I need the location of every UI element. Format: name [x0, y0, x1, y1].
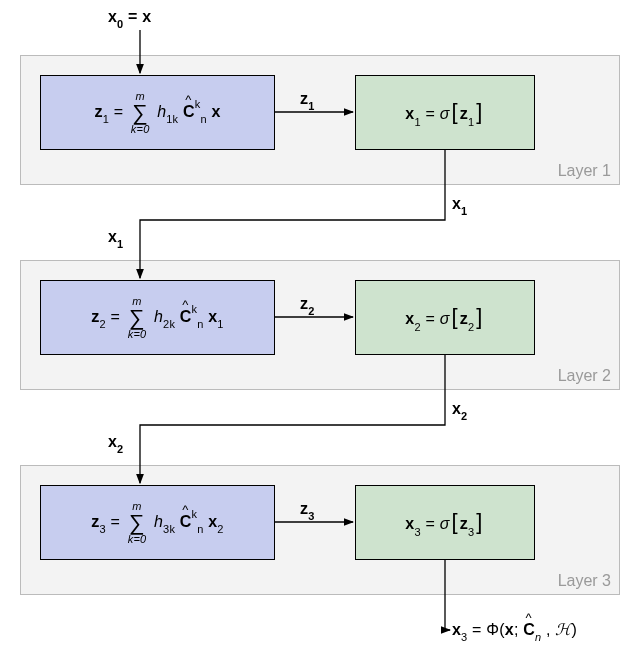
activation-node-2: x2 = σ[z2]: [355, 280, 535, 355]
filter-node-2: z2 = m∑k=0 h2k ^Ckn x1: [40, 280, 275, 355]
activation-node-3: x3 = σ[z3]: [355, 485, 535, 560]
output-label: x3 = Φ(x; ^Cn , ℋ): [452, 620, 577, 641]
diagram-stage: x0 = x Layer 1 z1 = m∑k=0 h1k ^Ckn x x1 …: [0, 0, 640, 655]
edge-label-x2-out: x2: [452, 400, 467, 420]
filter-node-1: z1 = m∑k=0 h1k ^Ckn x: [40, 75, 275, 150]
edge-label-x1-out: x1: [452, 195, 467, 215]
input-label: x0 = x: [108, 8, 151, 28]
edge-label-z1: z1: [300, 90, 315, 110]
layer-label-2: Layer 2: [558, 367, 611, 385]
edge-label-z2: z2: [300, 295, 315, 315]
edge-label-x2-in: x2: [108, 433, 123, 453]
edge-label-z3: z3: [300, 500, 315, 520]
filter-node-3: z3 = m∑k=0 h3k ^Ckn x2: [40, 485, 275, 560]
layer-label-1: Layer 1: [558, 162, 611, 180]
edge-label-x1-in: x1: [108, 228, 123, 248]
activation-node-1: x1 = σ[z1]: [355, 75, 535, 150]
layer-label-3: Layer 3: [558, 572, 611, 590]
